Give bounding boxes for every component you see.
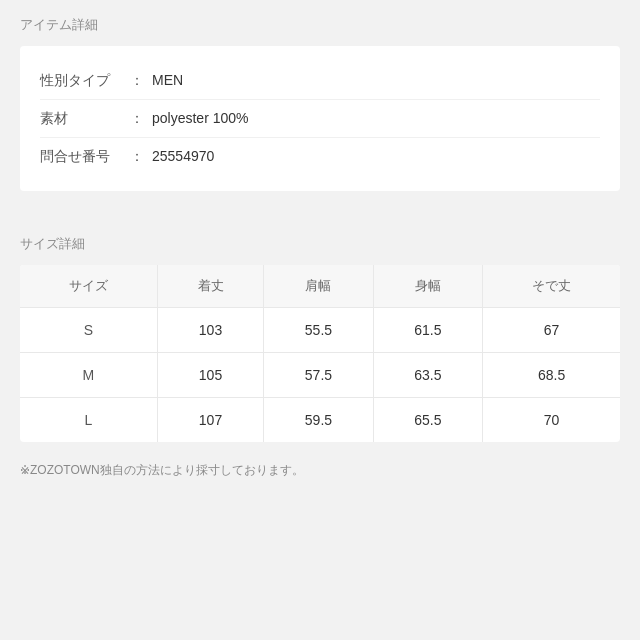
size-name-cell: L [20, 398, 157, 443]
size-value-cell: 65.5 [373, 398, 482, 443]
item-detail-section: アイテム詳細 性別タイプ：MEN素材：polyester 100%問合せ番号：2… [0, 0, 640, 203]
table-header-cell: 肩幅 [264, 265, 373, 308]
item-detail-card: 性別タイプ：MEN素材：polyester 100%問合せ番号：25554970 [20, 46, 620, 191]
size-value-cell: 59.5 [264, 398, 373, 443]
table-row: L10759.565.570 [20, 398, 620, 443]
item-section-title: アイテム詳細 [20, 16, 620, 34]
size-table: サイズ着丈肩幅身幅そで丈 S10355.561.567M10557.563.56… [20, 265, 620, 442]
size-value-cell: 67 [483, 308, 620, 353]
table-header-cell: サイズ [20, 265, 157, 308]
table-header-cell: そで丈 [483, 265, 620, 308]
header-row: サイズ着丈肩幅身幅そで丈 [20, 265, 620, 308]
table-header-cell: 身幅 [373, 265, 482, 308]
table-header-cell: 着丈 [157, 265, 263, 308]
size-value-cell: 68.5 [483, 353, 620, 398]
size-detail-section: サイズ詳細 サイズ着丈肩幅身幅そで丈 S10355.561.567M10557.… [0, 219, 640, 450]
size-table-body: S10355.561.567M10557.563.568.5L10759.565… [20, 308, 620, 443]
size-value-cell: 57.5 [264, 353, 373, 398]
size-value-cell: 103 [157, 308, 263, 353]
measurement-note: ※ZOZOTOWN独自の方法により採寸しております。 [0, 450, 640, 495]
size-name-cell: M [20, 353, 157, 398]
size-table-header: サイズ着丈肩幅身幅そで丈 [20, 265, 620, 308]
detail-label: 問合せ番号 [40, 146, 130, 167]
detail-value: polyester 100% [152, 108, 249, 129]
detail-row: 問合せ番号：25554970 [40, 138, 600, 175]
detail-row: 性別タイプ：MEN [40, 62, 600, 100]
size-value-cell: 107 [157, 398, 263, 443]
detail-separator: ： [130, 70, 144, 91]
detail-value: MEN [152, 70, 183, 91]
detail-separator: ： [130, 108, 144, 129]
detail-label: 素材 [40, 108, 130, 129]
size-value-cell: 61.5 [373, 308, 482, 353]
size-section-title: サイズ詳細 [20, 235, 620, 253]
table-row: S10355.561.567 [20, 308, 620, 353]
size-value-cell: 55.5 [264, 308, 373, 353]
size-value-cell: 63.5 [373, 353, 482, 398]
size-name-cell: S [20, 308, 157, 353]
detail-row: 素材：polyester 100% [40, 100, 600, 138]
size-value-cell: 70 [483, 398, 620, 443]
size-table-card: サイズ着丈肩幅身幅そで丈 S10355.561.567M10557.563.56… [20, 265, 620, 442]
section-spacer [0, 203, 640, 219]
detail-label: 性別タイプ [40, 70, 130, 91]
table-row: M10557.563.568.5 [20, 353, 620, 398]
size-value-cell: 105 [157, 353, 263, 398]
detail-value: 25554970 [152, 146, 214, 167]
detail-separator: ： [130, 146, 144, 167]
